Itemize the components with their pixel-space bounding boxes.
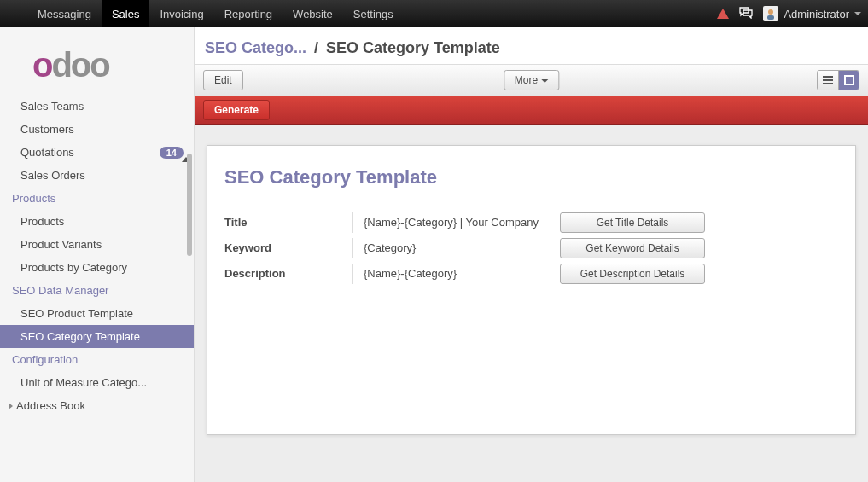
chat-icon[interactable] (739, 7, 753, 21)
caret-down-icon (541, 79, 548, 83)
form-view-button[interactable] (838, 71, 859, 90)
menu-reporting[interactable]: Reporting (214, 0, 283, 27)
get-keyword-details-button[interactable]: Get Keyword Details (560, 238, 705, 258)
get-title-details-button[interactable]: Get Title Details (560, 212, 705, 233)
menu-website[interactable]: Website (283, 0, 343, 27)
breadcrumb: SEO Catego... / SEO Category Template (195, 27, 868, 64)
main-menu: Messaging Sales Invoicing Reporting Webs… (27, 0, 404, 27)
expand-icon (9, 403, 13, 409)
status-bar: Generate (195, 96, 868, 125)
sidebar-item-label: Product Variants (20, 238, 102, 251)
sidebar-header-configuration[interactable]: Configuration (0, 348, 194, 371)
separator (352, 264, 353, 284)
view-switcher (817, 70, 859, 90)
top-navbar: Messaging Sales Invoicing Reporting Webs… (0, 0, 868, 27)
sidebar-item-products-by-category[interactable]: Products by Category (0, 256, 194, 279)
menu-sales[interactable]: Sales (102, 0, 150, 27)
sidebar: odoo Sales Teams Customers Quotations14 … (0, 27, 195, 482)
sidebar-item-products[interactable]: Products (0, 210, 194, 233)
svg-rect-1 (767, 15, 774, 20)
more-button[interactable]: More (504, 70, 559, 90)
menu-messaging[interactable]: Messaging (27, 0, 102, 27)
logo: odoo (0, 27, 194, 95)
warning-icon[interactable] (717, 9, 729, 19)
generate-button[interactable]: Generate (203, 100, 270, 120)
list-view-button[interactable] (818, 71, 838, 90)
sidebar-item-label: Products by Category (20, 261, 127, 274)
sidebar-header-products[interactable]: Products (0, 187, 194, 210)
menu-invoicing[interactable]: Invoicing (149, 0, 213, 27)
sidebar-item-label: Address Book (16, 399, 85, 412)
caret-down-icon (854, 12, 861, 15)
logo-o: o (32, 46, 51, 84)
field-value: {Name}-{Category} | Your Company (364, 212, 560, 229)
sidebar-item-seo-category-template[interactable]: SEO Category Template (0, 325, 194, 348)
form-row-title: Title {Name}-{Category} | Your Company G… (224, 212, 838, 233)
badge: 14 (160, 147, 184, 159)
main-content: SEO Catego... / SEO Category Template Ed… (195, 27, 868, 482)
sidebar-item-uom-categories[interactable]: Unit of Measure Catego... (0, 371, 194, 394)
edit-button[interactable]: Edit (203, 70, 243, 90)
sidebar-item-label: Quotations (20, 146, 74, 159)
sidebar-item-address-book[interactable]: Address Book (0, 394, 194, 417)
sidebar-item-label: Customers (20, 123, 74, 136)
separator (352, 212, 353, 233)
field-label: Keyword (224, 238, 352, 254)
sidebar-item-label: Sales Orders (20, 169, 85, 182)
sidebar-item-quotations[interactable]: Quotations14 (0, 141, 194, 164)
field-value: {Category} (364, 238, 560, 254)
field-value: {Name}-{Category} (364, 264, 560, 280)
field-label: Title (224, 212, 352, 229)
get-description-details-button[interactable]: Get Description Details (560, 264, 705, 284)
sidebar-item-sales-teams[interactable]: Sales Teams (0, 95, 194, 118)
form-title: SEO Category Template (224, 166, 838, 189)
sidebar-item-product-variants[interactable]: Product Variants (0, 233, 194, 256)
breadcrumb-sep: / (311, 39, 322, 56)
user-name: Administrator (784, 8, 849, 20)
form-row-keyword: Keyword {Category} Get Keyword Details (224, 238, 838, 258)
breadcrumb-parent[interactable]: SEO Catego... (205, 39, 306, 56)
field-label: Description (224, 264, 352, 280)
separator (352, 238, 353, 258)
form-sheet: SEO Category Template Title {Name}-{Cate… (207, 145, 856, 435)
logo-rest: doo (51, 46, 108, 84)
sidebar-item-label: Sales Teams (20, 100, 84, 113)
sidebar-header-seo-data-manager[interactable]: SEO Data Manager (0, 279, 194, 302)
sidebar-item-label: SEO Product Template (20, 307, 133, 320)
svg-point-0 (768, 9, 773, 15)
sidebar-item-customers[interactable]: Customers (0, 118, 194, 141)
sidebar-item-label: Products (20, 215, 64, 228)
list-icon (823, 76, 833, 84)
sidebar-scrollbar[interactable] (187, 154, 192, 256)
form-icon (844, 75, 854, 85)
avatar-icon (763, 6, 778, 21)
toolbar: Edit More (195, 64, 868, 96)
menu-settings[interactable]: Settings (343, 0, 404, 27)
breadcrumb-current: SEO Category Template (326, 39, 500, 56)
sidebar-item-seo-product-template[interactable]: SEO Product Template (0, 302, 194, 325)
sidebar-item-sales-orders[interactable]: Sales Orders (0, 164, 194, 187)
user-menu[interactable]: Administrator (763, 6, 861, 21)
more-label: More (515, 74, 538, 86)
form-row-description: Description {Name}-{Category} Get Descri… (224, 264, 838, 284)
sidebar-item-label: Unit of Measure Catego... (20, 376, 147, 389)
sidebar-item-label: SEO Category Template (20, 330, 140, 343)
